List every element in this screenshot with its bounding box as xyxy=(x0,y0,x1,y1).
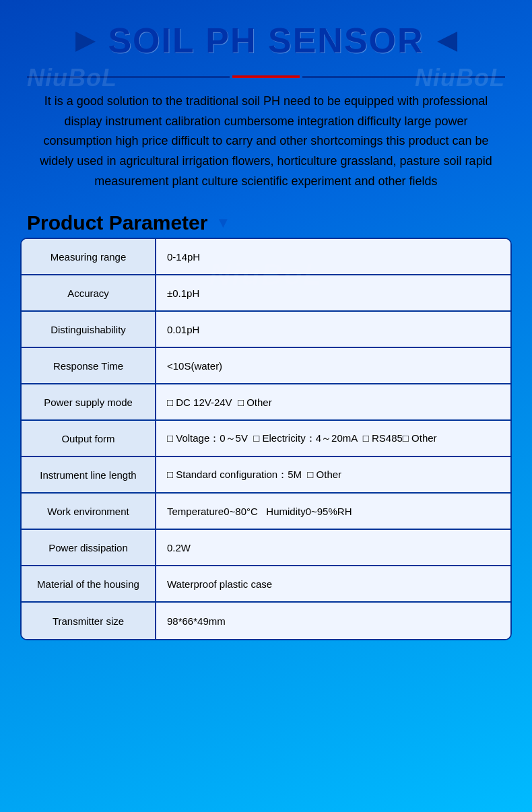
row-value-9: Waterproof plastic case xyxy=(156,566,510,601)
row-value-6: □ Standard configuration：5M □ Other xyxy=(156,457,510,492)
row-value-1: ±0.1pH xyxy=(156,275,510,310)
table-row: Material of the housing Waterproof plast… xyxy=(22,566,510,603)
param-table: Measuring range 0-14pH Accuracy ±0.1pH D… xyxy=(20,238,512,640)
table-row: Response Time <10S(water) xyxy=(22,348,510,384)
row-label-8: Power dissipation xyxy=(22,530,156,565)
table-row: Output form □ Voltage：0～5V □ Electricity… xyxy=(22,421,510,457)
table-row: Transmitter size 98*66*49mm xyxy=(22,603,510,639)
row-label-7: Work environment xyxy=(22,494,156,529)
table-row: Instrument line length □ Standard config… xyxy=(22,457,510,494)
row-label-3: Response Time xyxy=(22,348,156,383)
row-value-7: Temperature0~80°C Humidity0~95%RH xyxy=(156,494,510,529)
row-label-2: Distinguishability xyxy=(22,312,156,347)
row-label-1: Accuracy xyxy=(22,275,156,310)
param-heading-row: Product Parameter ▼ xyxy=(13,205,519,238)
row-value-2: 0.01pH xyxy=(156,312,510,347)
row-label-10: Transmitter size xyxy=(22,603,156,639)
watermark-row: NiuBoL NiuBoL xyxy=(20,64,512,92)
row-value-5: □ Voltage：0～5V □ Electricity：4～20mA □ RS… xyxy=(156,421,510,456)
table-row: Measuring range 0-14pH xyxy=(22,239,510,275)
row-label-0: Measuring range xyxy=(22,239,156,274)
row-label-6: Instrument line length xyxy=(22,457,156,492)
param-arrow-icon: ▼ xyxy=(215,214,230,232)
page-wrapper: ▶ SOIL PH SENSOR ◀ NiuBoL NiuBoL It is a… xyxy=(0,0,532,812)
watermark-left: NiuBoL xyxy=(27,64,117,92)
row-label-9: Material of the housing xyxy=(22,566,156,601)
table-row: Distinguishability 0.01pH xyxy=(22,312,510,348)
row-value-0: 0-14pH xyxy=(156,239,510,274)
header: ▶ SOIL PH SENSOR ◀ xyxy=(13,13,519,64)
row-value-3: <10S(water) xyxy=(156,348,510,383)
row-label-5: Output form xyxy=(22,421,156,456)
row-value-8: 0.2W xyxy=(156,530,510,565)
table-row: Power supply mode □ DC 12V-24V □ Other xyxy=(22,384,510,421)
table-row: Accuracy ±0.1pH xyxy=(22,275,510,312)
table-row: Work environment Temperature0~80°C Humid… xyxy=(22,494,510,530)
arrow-left-icon: ▶ xyxy=(75,26,94,55)
row-value-10: 98*66*49mm xyxy=(156,603,510,639)
row-label-4: Power supply mode xyxy=(22,384,156,419)
arrow-right-icon: ◀ xyxy=(438,26,457,55)
row-value-4: □ DC 12V-24V □ Other xyxy=(156,384,510,419)
watermark-right: NiuBoL xyxy=(415,64,505,92)
param-heading: Product Parameter xyxy=(27,211,207,234)
description-text: It is a good solution to the traditional… xyxy=(13,85,519,205)
table-row: Power dissipation 0.2W xyxy=(22,530,510,566)
page-title: SOIL PH SENSOR xyxy=(108,20,424,61)
